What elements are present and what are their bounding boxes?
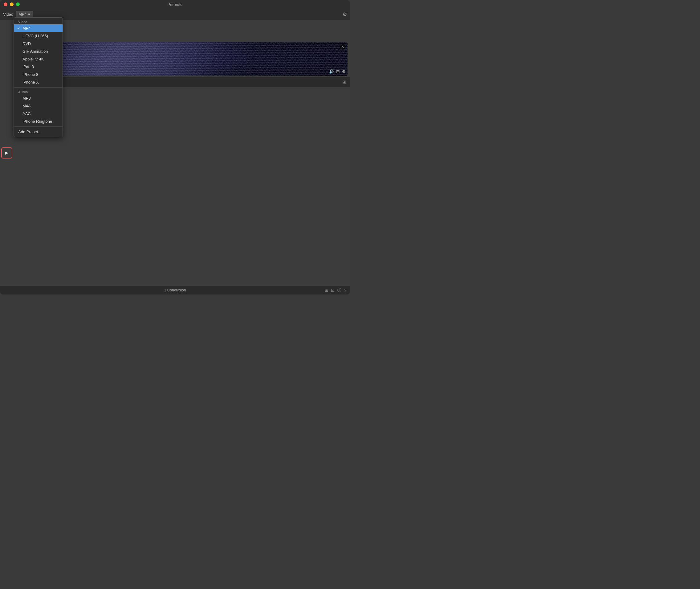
menu-item-iphonex[interactable]: iPhone X <box>14 78 62 86</box>
status-bar: 1 Conversion ⊞ ⊡ ⓘ ? <box>0 286 350 294</box>
menu-item-hevc[interactable]: HEVC (H.265) <box>14 32 62 40</box>
video-section-label: Video <box>14 19 62 24</box>
left-bar: ▶ <box>0 20 15 286</box>
status-info-icon[interactable]: ⓘ <box>337 287 341 293</box>
menu-item-mp4[interactable]: MP4 <box>14 24 62 32</box>
preview-image: ✕ 🔊 ⊞ ⚙ <box>18 42 348 76</box>
close-icon: ✕ <box>341 45 344 49</box>
empty-area <box>15 87 350 286</box>
format-dropdown[interactable]: MP4 ▾ <box>16 11 33 18</box>
status-help-icon[interactable]: ? <box>344 288 346 292</box>
minimize-button[interactable] <box>10 2 14 6</box>
menu-item-appletv[interactable]: AppleTV 4K <box>14 55 62 63</box>
preview-settings-icon[interactable]: ⚙ <box>342 69 346 74</box>
add-preset-button[interactable]: Add Preset... <box>14 128 62 136</box>
status-text: 1 Conversion <box>164 288 186 292</box>
menu-item-iphone8[interactable]: iPhone 8 <box>14 70 62 78</box>
audio-section-label: Audio <box>14 89 62 94</box>
right-content: ▶ star_tr 1280x7 ✕ 🔊 ⊞ ⚙ <box>15 20 350 286</box>
toolbar: Video MP4 ▾ ⚙ Video MP4 HEVC (H.265) DVD… <box>0 9 350 20</box>
conversion-bar: 1 Conversion ⊞ <box>15 77 350 87</box>
menu-item-aac[interactable]: AAC <box>14 110 62 118</box>
conversion-action-icon[interactable]: ⊞ <box>342 79 346 85</box>
title-bar: Permute <box>0 0 350 9</box>
app-window: Permute Video MP4 ▾ ⚙ Video MP4 HEVC (H.… <box>0 0 350 294</box>
format-label: Video <box>3 12 13 17</box>
settings-icon[interactable]: ⚙ <box>343 11 347 17</box>
close-button[interactable] <box>4 2 7 6</box>
status-grid-icon[interactable]: ⊞ <box>325 288 328 292</box>
dropdown-chevron-icon: ▾ <box>28 12 30 17</box>
preview-container: ✕ 🔊 ⊞ ⚙ <box>18 42 348 76</box>
menu-item-gif[interactable]: GIF Animation <box>14 47 62 55</box>
volume-icon[interactable]: 🔊 <box>329 69 334 74</box>
preview-controls: 🔊 ⊞ ⚙ <box>329 69 346 74</box>
play-button[interactable]: ▶ <box>1 147 12 159</box>
menu-item-ipad3[interactable]: iPad 3 <box>14 63 62 70</box>
app-title: Permute <box>167 2 183 7</box>
aspect-ratio-icon[interactable]: ⊞ <box>336 69 340 74</box>
menu-divider <box>14 87 62 87</box>
menu-item-ringtone[interactable]: iPhone Ringtone <box>14 118 62 125</box>
video-row: ▶ star_tr 1280x7 <box>15 20 350 42</box>
menu-item-dvd[interactable]: DVD <box>14 40 62 47</box>
status-convert-icon[interactable]: ⊡ <box>331 288 335 292</box>
play-icon: ▶ <box>5 151 8 155</box>
maximize-button[interactable] <box>16 2 20 6</box>
menu-item-m4a[interactable]: M4A <box>14 102 62 110</box>
format-dropdown-menu: Video MP4 HEVC (H.265) DVD GIF Animation… <box>14 17 63 137</box>
menu-item-mp3[interactable]: MP3 <box>14 94 62 102</box>
selected-format-label: MP4 <box>18 12 27 17</box>
close-preview-button[interactable]: ✕ <box>340 44 346 50</box>
window-controls <box>4 2 20 6</box>
menu-divider-2 <box>14 127 62 127</box>
video-preview <box>18 42 348 76</box>
status-icons: ⊞ ⊡ ⓘ ? <box>325 287 346 293</box>
